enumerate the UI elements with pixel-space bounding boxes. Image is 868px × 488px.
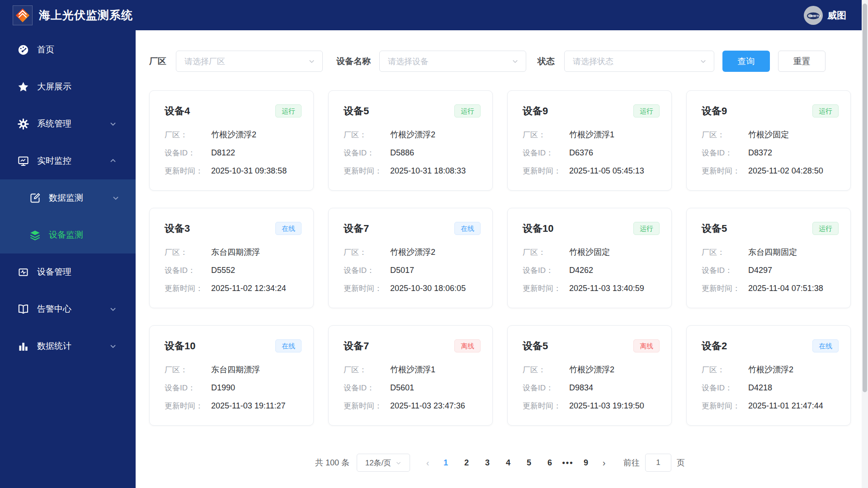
updated-label: 更新时间： xyxy=(702,401,748,411)
device-id-value: D4262 xyxy=(569,266,593,275)
device-card[interactable]: 设备9 运行 厂区： 竹根沙漂浮1 设备ID： D6376 更新时间： 2025… xyxy=(507,90,672,191)
farm-value: 竹根沙漂浮2 xyxy=(569,364,614,375)
sidebar-item-data-monitoring[interactable]: 数据监测 xyxy=(0,179,136,216)
updated-value: 2025-11-02 04:28:50 xyxy=(748,166,823,176)
device-name: 设备5 xyxy=(523,339,548,353)
device-id-label: 设备ID： xyxy=(702,383,748,393)
device-card[interactable]: 设备7 在线 厂区： 竹根沙漂浮2 设备ID： D5017 更新时间： 2025… xyxy=(328,208,493,308)
device-id-value: D5552 xyxy=(211,266,235,275)
updated-label: 更新时间： xyxy=(344,166,390,176)
status-badge: 在线 xyxy=(275,222,302,235)
pagination-bar: 共 100 条 12条/页 ‹ 123456 ••• 9 › 前往 页 xyxy=(149,454,851,472)
main-content: 厂区 请选择厂区 设备名称 请选择设备 状态 请选择状态 查询 重置 xyxy=(136,30,868,488)
total-count: 共 100 条 xyxy=(315,457,349,468)
dashboard-icon xyxy=(17,44,29,56)
updated-value: 2025-10-31 18:08:33 xyxy=(390,166,466,176)
page-number-1[interactable]: 1 xyxy=(438,458,453,468)
farm-label: 厂区： xyxy=(165,247,211,258)
page-number-3[interactable]: 3 xyxy=(480,458,495,468)
search-button[interactable]: 查询 xyxy=(722,51,770,72)
device-select-placeholder: 请选择设备 xyxy=(388,56,429,67)
goto-label: 前往 xyxy=(623,457,640,468)
device-id-label: 设备ID： xyxy=(523,148,569,158)
status-badge: 运行 xyxy=(812,222,839,235)
sidebar-item-realtime-monitoring[interactable]: 实时监控 xyxy=(0,142,136,179)
device-id-label: 设备ID： xyxy=(165,383,211,393)
farm-select-placeholder: 请选择厂区 xyxy=(184,56,225,67)
prev-page-button[interactable]: ‹ xyxy=(420,458,435,468)
chevron-down-icon xyxy=(396,460,401,466)
device-name: 设备3 xyxy=(165,222,190,235)
updated-value: 2025-11-03 13:40:59 xyxy=(569,284,644,293)
device-card[interactable]: 设备5 运行 厂区： 东台四期固定 设备ID： D4297 更新时间： 2025… xyxy=(686,208,851,308)
sidebar-item-data-statistics[interactable]: 数据统计 xyxy=(0,328,136,365)
page-number-6[interactable]: 6 xyxy=(542,458,557,468)
device-card[interactable]: 设备3 在线 厂区： 东台四期漂浮 设备ID： D5552 更新时间： 2025… xyxy=(149,208,314,308)
farm-value: 竹根沙漂浮2 xyxy=(390,129,435,140)
page-ellipsis[interactable]: ••• xyxy=(560,458,576,468)
goto-suffix: 页 xyxy=(677,457,685,468)
goto-page-input[interactable] xyxy=(645,454,671,472)
top-header: 海上光伏监测系统 VIRTU 威图 xyxy=(0,0,868,30)
device-id-label: 设备ID： xyxy=(702,148,748,158)
device-id-value: D5017 xyxy=(390,266,414,275)
device-name: 设备9 xyxy=(702,104,727,118)
device-id-label: 设备ID： xyxy=(702,265,748,276)
device-card[interactable]: 设备9 运行 厂区： 竹根沙固定 设备ID： D8372 更新时间： 2025-… xyxy=(686,90,851,191)
status-badge: 运行 xyxy=(275,104,302,117)
next-page-button[interactable]: › xyxy=(596,458,612,468)
status-badge: 离线 xyxy=(633,339,660,352)
device-card[interactable]: 设备4 运行 厂区： 竹根沙漂浮2 设备ID： D8122 更新时间： 2025… xyxy=(149,90,314,191)
farm-value: 竹根沙漂浮2 xyxy=(748,364,793,375)
device-name: 设备10 xyxy=(523,222,553,235)
updated-label: 更新时间： xyxy=(344,401,390,411)
sidebar-item-big-screen[interactable]: 大屏展示 xyxy=(0,68,136,105)
brand-name: 威图 xyxy=(827,9,846,22)
farm-value: 竹根沙固定 xyxy=(569,247,610,258)
updated-value: 2025-10-31 09:38:58 xyxy=(211,166,287,176)
status-filter-label: 状态 xyxy=(538,56,555,67)
page-number-last[interactable]: 9 xyxy=(578,458,594,468)
device-card[interactable]: 设备10 运行 厂区： 竹根沙固定 设备ID： D4262 更新时间： 2025… xyxy=(507,208,672,308)
device-card[interactable]: 设备2 在线 厂区： 竹根沙漂浮2 设备ID： D4218 更新时间： 2025… xyxy=(686,325,851,426)
star-icon xyxy=(17,81,29,93)
sidebar-item-device-monitoring[interactable]: 设备监测 xyxy=(0,216,136,253)
device-id-value: D8122 xyxy=(211,148,235,158)
sidebar-item-system-management[interactable]: 系统管理 xyxy=(0,105,136,142)
sidebar-item-label: 数据监测 xyxy=(49,192,83,204)
device-name: 设备4 xyxy=(165,104,190,118)
device-id-label: 设备ID： xyxy=(523,265,569,276)
bar-chart-icon xyxy=(17,340,29,352)
device-id-label: 设备ID： xyxy=(344,383,390,393)
status-select[interactable]: 请选择状态 xyxy=(564,51,714,72)
page-number-2[interactable]: 2 xyxy=(459,458,474,468)
device-card[interactable]: 设备5 离线 厂区： 竹根沙漂浮2 设备ID： D9834 更新时间： 2025… xyxy=(507,325,672,426)
page-number-4[interactable]: 4 xyxy=(500,458,516,468)
sidebar-item-device-management[interactable]: 设备管理 xyxy=(0,253,136,291)
sidebar-item-label: 告警中心 xyxy=(37,303,71,315)
device-name: 设备7 xyxy=(344,339,369,353)
farm-select[interactable]: 请选择厂区 xyxy=(176,51,323,72)
device-select[interactable]: 请选择设备 xyxy=(379,51,526,72)
device-card[interactable]: 设备5 运行 厂区： 竹根沙漂浮2 设备ID： D5886 更新时间： 2025… xyxy=(328,90,493,191)
device-card[interactable]: 设备10 在线 厂区： 东台四期漂浮 设备ID： D1990 更新时间： 202… xyxy=(149,325,314,426)
sidebar-item-label: 实时监控 xyxy=(37,155,71,167)
reset-button[interactable]: 重置 xyxy=(778,51,826,72)
farm-label: 厂区： xyxy=(165,130,211,140)
sidebar-item-alarm-center[interactable]: 告警中心 xyxy=(0,291,136,328)
device-name: 设备9 xyxy=(523,104,548,118)
farm-label: 厂区： xyxy=(344,130,390,140)
farm-label: 厂区： xyxy=(523,365,569,375)
page-number-5[interactable]: 5 xyxy=(521,458,537,468)
page-size-select[interactable]: 12条/页 xyxy=(357,454,410,472)
svg-text:VIRTU: VIRTU xyxy=(811,14,821,18)
status-badge: 离线 xyxy=(454,339,481,352)
device-card[interactable]: 设备7 离线 厂区： 竹根沙漂浮1 设备ID： D5601 更新时间： 2025… xyxy=(328,325,493,426)
farm-label: 厂区： xyxy=(523,130,569,140)
sidebar-item-home[interactable]: 首页 xyxy=(0,31,136,68)
chevron-up-icon xyxy=(109,157,117,164)
chevron-down-icon xyxy=(308,58,315,65)
device-name: 设备5 xyxy=(344,104,369,118)
book-icon xyxy=(17,303,29,315)
scrollbar-thumb[interactable] xyxy=(863,4,867,392)
